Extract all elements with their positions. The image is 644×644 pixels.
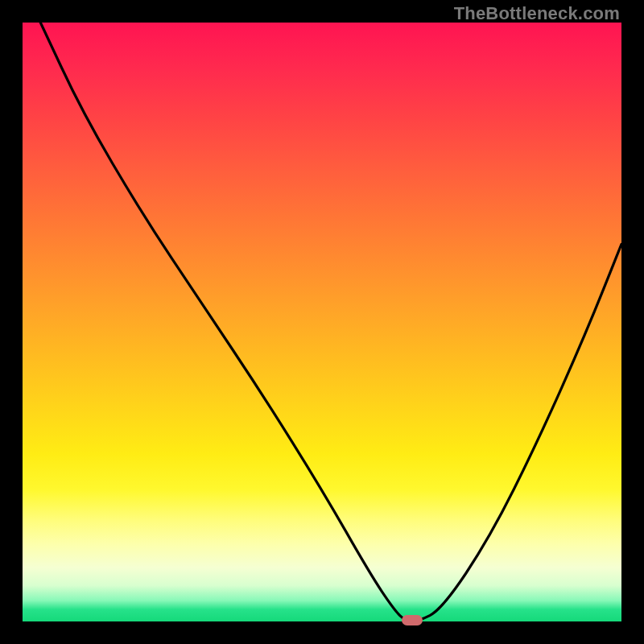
optimal-marker <box>402 615 423 625</box>
bottleneck-curve <box>23 23 621 621</box>
chart-frame: TheBottleneck.com <box>0 0 644 644</box>
curve-path <box>40 23 621 621</box>
plot-area <box>23 23 621 621</box>
watermark-text: TheBottleneck.com <box>454 3 620 24</box>
